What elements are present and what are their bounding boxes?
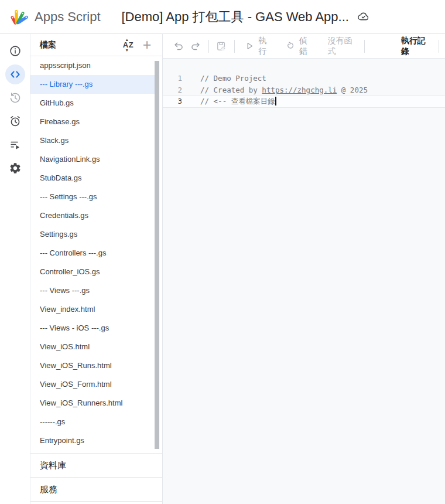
apps-script-logo-icon [9, 7, 29, 27]
line-number: 3 [163, 96, 182, 107]
code-editor[interactable]: 1// Demo Project2// Created by https://z… [163, 59, 445, 504]
code-lines: 1// Demo Project2// Created by https://z… [163, 73, 445, 107]
file-item[interactable]: View_index.html [30, 300, 155, 319]
project-title[interactable]: [Demo] App 打包工具 - GAS Web App... [122, 8, 349, 26]
overview-button[interactable] [5, 41, 25, 61]
file-item[interactable]: NavigationLink.gs [30, 150, 155, 169]
line-number: 1 [163, 73, 182, 84]
files-sidebar: 檔案 AZ ▲ ▼ + appsscript.json--- Library -… [30, 34, 163, 504]
left-icon-rail [0, 34, 30, 504]
cloud-check-icon [357, 11, 369, 23]
file-list: appsscript.json--- Library ---.gsGitHub.… [30, 56, 162, 453]
file-item[interactable]: ------.gs [30, 413, 155, 431]
file-item[interactable]: --- Settings ---.gs [30, 188, 155, 206]
file-item[interactable]: Credentials.gs [30, 206, 155, 225]
sort-files-button[interactable]: AZ ▲ ▼ [121, 38, 136, 53]
editor-column: 執行 偵錯 沒有函式 執行記錄 1// Demo Project2// Crea… [163, 34, 445, 504]
debug-button[interactable]: 偵錯 [286, 36, 314, 57]
file-item[interactable]: Firebase.gs [30, 113, 155, 131]
code-line[interactable]: 2// Created by https://zhgchg.li @ 2025 [163, 84, 445, 96]
toolbar-divider [364, 40, 365, 53]
file-item[interactable]: appsscript.json [30, 56, 155, 75]
save-button[interactable] [215, 39, 228, 54]
sort-caret-up-icon: ▲ [121, 38, 134, 42]
editor-toolbar: 執行 偵錯 沒有函式 執行記錄 [163, 34, 445, 59]
editor-button[interactable] [5, 64, 25, 84]
toolbar-divider [234, 40, 235, 53]
undo-icon [173, 40, 184, 52]
add-file-button[interactable]: + [139, 38, 155, 53]
redo-icon [190, 40, 201, 52]
file-item[interactable]: GitHub.gs [30, 94, 155, 113]
file-item[interactable]: --- Controllers ---.gs [30, 244, 155, 263]
code-line[interactable]: 1// Demo Project [163, 73, 445, 84]
file-item[interactable]: Settings.gs [30, 225, 155, 244]
file-item[interactable]: View_iOS_Runners.html [30, 394, 155, 413]
code-text: // <-- 查看檔案目錄 [200, 96, 276, 107]
project-history-button[interactable] [5, 88, 25, 108]
debug-button-label: 偵錯 [299, 36, 314, 57]
sidebar-section[interactable]: 服務 [30, 477, 162, 501]
files-panel-title: 檔案 [40, 40, 121, 50]
gear-icon [9, 162, 22, 175]
file-item[interactable]: View_iOS.html [30, 338, 155, 356]
project-settings-button[interactable] [5, 158, 25, 178]
triggers-button[interactable] [5, 111, 25, 131]
file-item[interactable]: Slack.gs [30, 131, 155, 150]
save-icon [215, 40, 227, 52]
file-item[interactable]: Entrypoint.gs [30, 431, 155, 450]
line-number: 2 [163, 84, 182, 96]
app-header: Apps Script [Demo] App 打包工具 - GAS Web Ap… [0, 0, 445, 34]
executions-button[interactable] [5, 135, 25, 155]
info-icon [9, 45, 22, 57]
files-panel-header: 檔案 AZ ▲ ▼ + [30, 34, 162, 56]
undo-button[interactable] [172, 39, 185, 54]
history-icon [9, 91, 22, 104]
function-selector[interactable]: 沒有函式 [327, 36, 357, 57]
file-item[interactable]: View_iOS_Form.html [30, 375, 155, 394]
code-link: https://zhgchg.li [262, 86, 337, 94]
sidebar-sections: 資料庫服務 [30, 453, 162, 502]
plus-icon: + [143, 38, 152, 52]
toolbar-divider [208, 40, 209, 53]
file-item[interactable]: View_iOS_Runs.html [30, 356, 155, 375]
file-item[interactable]: Controller_iOS.gs [30, 263, 155, 281]
file-item[interactable]: --- Library ---.gs [30, 75, 155, 94]
debug-icon [286, 41, 295, 52]
file-item[interactable]: StubData.gs [30, 169, 155, 188]
alarm-triggers-icon [9, 115, 22, 128]
code-text: // Demo Project [200, 73, 266, 84]
code-text: // Created by https://zhgchg.li @ 2025 [200, 84, 368, 96]
sidebar-section[interactable]: 資料庫 [30, 453, 162, 477]
save-status [357, 11, 369, 23]
code-editor-icon [9, 68, 22, 81]
app-name: Apps Script [35, 9, 101, 25]
file-item[interactable]: --- Views ---.gs [30, 281, 155, 300]
run-button[interactable]: 執行 [245, 36, 273, 57]
run-button-label: 執行 [258, 36, 273, 57]
executions-list-icon [9, 138, 22, 151]
code-line[interactable]: 3// <-- 查看檔案目錄 [163, 96, 445, 107]
file-list-scrollbar[interactable] [155, 61, 159, 449]
redo-button[interactable] [189, 39, 202, 54]
file-item[interactable]: --- Views - iOS ---.gs [30, 319, 155, 338]
execution-log-button[interactable]: 執行記錄 [399, 36, 433, 57]
toolbar-divider [439, 40, 439, 53]
text-cursor [275, 97, 276, 105]
sort-caret-down-icon: ▼ [121, 49, 134, 52]
run-play-icon [245, 41, 254, 51]
